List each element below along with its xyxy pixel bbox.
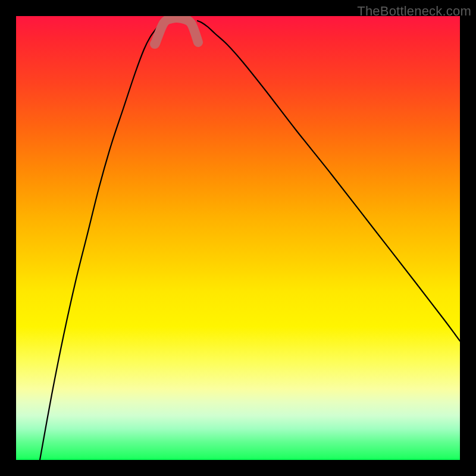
curve-right	[198, 21, 460, 341]
chart-frame	[16, 16, 460, 460]
svg-point-0	[150, 39, 159, 49]
valley-highlight	[155, 18, 198, 43]
chart-svg	[16, 16, 460, 460]
curve-left	[40, 21, 166, 460]
valley-dot	[150, 39, 159, 49]
